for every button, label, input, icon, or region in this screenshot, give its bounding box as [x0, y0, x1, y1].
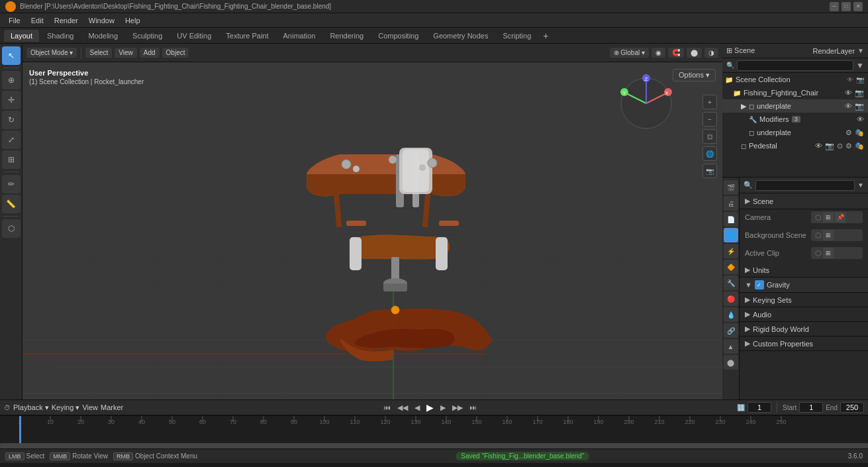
props-material-icon[interactable]: ⬤ — [724, 355, 738, 370]
clip-browse-btn[interactable]: ⊞ — [823, 248, 834, 258]
keying-menu[interactable]: Keying ▾ — [52, 403, 80, 412]
outliner-filter-icon[interactable]: ▼ — [857, 47, 864, 54]
camera-icon[interactable]: 📷 — [856, 76, 864, 83]
local-global-toggle[interactable]: 🌐 — [702, 146, 717, 161]
props-particles-icon[interactable]: 🔴 — [724, 291, 738, 306]
viewport-select-menu[interactable]: Select — [85, 48, 112, 58]
props-object-icon[interactable]: 🔶 — [724, 260, 738, 274]
props-world-icon[interactable]: ⚡ — [724, 244, 738, 258]
tab-rendering[interactable]: Rendering — [323, 30, 370, 42]
marker-menu[interactable]: Marker — [101, 403, 123, 411]
props-search-input[interactable] — [755, 180, 855, 191]
camera-icon-5[interactable]: ⚙ — [845, 129, 852, 137]
tab-shading[interactable]: Shading — [40, 30, 80, 42]
viewport-overlay[interactable]: ⬤ — [687, 48, 702, 58]
outliner-item-scene-collection[interactable]: 📁 Scene Collection 👁 📷 — [722, 73, 868, 86]
tab-layout[interactable]: Layout — [4, 30, 39, 42]
menu-help[interactable]: Help — [121, 15, 145, 26]
viewport-transform[interactable]: ⊕ Global ▾ — [610, 48, 649, 58]
viewport-view-menu[interactable]: View — [115, 48, 137, 58]
props-constraints-icon[interactable]: 🔗 — [724, 323, 738, 338]
camera-icon-2[interactable]: 📷 — [855, 89, 864, 97]
tool-scale[interactable]: ⤢ — [2, 130, 21, 149]
audio-section[interactable]: ▶ Audio — [740, 307, 868, 322]
tool-move[interactable]: ✛ — [2, 91, 21, 109]
eye-icon[interactable]: 👁 — [847, 76, 853, 83]
prev-keyframe-button[interactable]: ◀◀ — [395, 403, 410, 413]
tool-transform[interactable]: ⊞ — [2, 150, 21, 169]
eye-icon-3[interactable]: 👁 — [845, 102, 852, 111]
camera-icon-6[interactable]: 📷 — [825, 142, 834, 150]
viewport-proportional[interactable]: ◉ — [651, 48, 665, 58]
minimize-button[interactable]: ─ — [830, 2, 839, 11]
units-section[interactable]: ▶ Units — [740, 263, 868, 278]
playback-menu[interactable]: Playback ▾ — [13, 403, 49, 412]
viewport-mode-select[interactable]: Object Mode ▾ — [26, 48, 77, 58]
tab-sculpting[interactable]: Sculpting — [126, 30, 169, 42]
jump-start-button[interactable]: ⏮ — [381, 403, 393, 412]
jump-end-button[interactable]: ⏭ — [467, 403, 479, 412]
next-keyframe-button[interactable]: ▶▶ — [450, 403, 465, 413]
maximize-button[interactable]: □ — [842, 2, 851, 11]
outliner-item-underplate2[interactable]: ◻ underplate ⚙ 🎭 — [722, 126, 868, 139]
next-frame-button[interactable]: ▶ — [438, 403, 448, 413]
zoom-out-button[interactable]: − — [702, 112, 717, 127]
extra-icon-6[interactable]: ⚙ — [845, 142, 852, 150]
gravity-checkbox[interactable]: ✓ — [755, 280, 764, 289]
camera-icon-3[interactable]: 📷 — [855, 102, 864, 111]
tool-add[interactable]: ⬡ — [2, 219, 21, 238]
menu-edit[interactable]: Edit — [26, 15, 48, 26]
camera-value[interactable]: ⬡ ⊞ 📌 — [811, 211, 863, 223]
menu-file[interactable]: File — [4, 15, 25, 26]
tool-rotate[interactable]: ↻ — [2, 111, 21, 129]
perspective-toggle[interactable]: ⊡ — [702, 129, 717, 144]
props-physics-icon[interactable]: 💧 — [724, 307, 738, 322]
close-button[interactable]: ✕ — [853, 2, 863, 11]
gravity-section-header[interactable]: ▼ ✓ Gravity — [740, 278, 868, 292]
outliner-search-input[interactable] — [737, 60, 853, 71]
visibility-icon[interactable]: 👁 📷 — [847, 76, 864, 83]
outliner-item-modifiers[interactable]: 🔧 Modifiers 3 👁 — [722, 113, 868, 126]
navigation-gizmo[interactable]: X Y Z — [616, 74, 676, 133]
viewport-object-menu[interactable]: Object — [162, 48, 189, 58]
render-icon-6[interactable]: ⊙ — [837, 142, 843, 150]
camera-pin-btn[interactable]: 📌 — [835, 212, 845, 223]
props-scene-icon[interactable]: 🌐 — [724, 228, 738, 242]
eye-icon-6[interactable]: 👁 — [815, 142, 822, 150]
end-frame-input[interactable] — [840, 402, 864, 413]
keying-sets-section[interactable]: ▶ Keying Sets — [740, 293, 868, 307]
eye-icon-2[interactable]: 👁 — [845, 89, 852, 97]
camera-browse-btn[interactable]: ⊞ — [823, 212, 834, 223]
3d-viewport[interactable]: Object Mode ▾ Select View Add Object ⊕ G… — [23, 44, 722, 399]
eye-icon-4[interactable]: 👁 — [857, 115, 864, 123]
props-output-icon[interactable]: 🖨 — [724, 196, 738, 211]
viewport-shading[interactable]: ◑ — [704, 48, 718, 58]
menu-render[interactable]: Render — [50, 15, 83, 26]
rigid-body-world-section[interactable]: ▶ Rigid Body World — [740, 322, 868, 337]
timeline-scrollbar[interactable] — [0, 443, 868, 448]
timeline-scroll-thumb[interactable] — [0, 443, 868, 448]
props-render-icon[interactable]: 🎬 — [724, 180, 738, 195]
current-frame-input[interactable] — [747, 402, 771, 413]
outliner-item-pedestal[interactable]: ◻ Pedestal 👁 📷 ⊙ ⚙ 🎭 — [722, 139, 868, 152]
add-workspace-button[interactable]: + — [539, 29, 552, 42]
tab-uv-editing[interactable]: UV Editing — [170, 30, 218, 42]
render-icon-5[interactable]: 🎭 — [855, 129, 864, 137]
tab-modeling[interactable]: Modeling — [81, 30, 124, 42]
outliner-filter-button[interactable]: ▼ — [856, 61, 864, 70]
active-clip-value[interactable]: ⬡ ⊞ — [811, 247, 863, 259]
outliner-item-fishing-chair[interactable]: 📁 Fishing_Fighting_Chair 👁 📷 — [722, 86, 868, 99]
play-button[interactable]: ▶ — [424, 401, 436, 413]
tab-animation[interactable]: Animation — [277, 30, 322, 42]
tab-compositing[interactable]: Compositing — [371, 30, 425, 42]
tab-scripting[interactable]: Scripting — [496, 30, 538, 42]
props-data-icon[interactable]: ▲ — [724, 339, 738, 354]
zoom-in-button[interactable]: + — [702, 95, 717, 109]
timeline-ruler[interactable]: 1 10 20 30 40 50 60 70 80 90 100 110 120 — [0, 416, 868, 448]
tool-measure[interactable]: 📏 — [2, 195, 21, 213]
viewport-options-button[interactable]: Options ▾ — [673, 69, 716, 81]
tab-texture-paint[interactable]: Texture Paint — [219, 30, 275, 42]
custom-props-section[interactable]: ▶ Custom Properties — [740, 337, 868, 351]
viewport-add-menu[interactable]: Add — [140, 48, 160, 58]
extra2-icon-6[interactable]: 🎭 — [855, 142, 864, 150]
